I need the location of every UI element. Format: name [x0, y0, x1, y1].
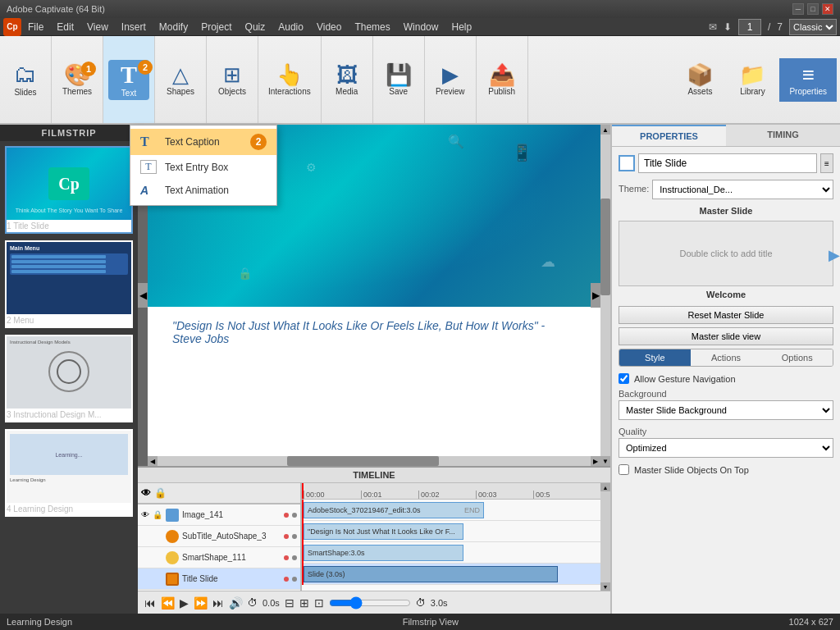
prop-tab-properties[interactable]: PROPERTIES — [612, 125, 726, 146]
quality-select[interactable]: Optimized — [619, 438, 833, 458]
slides-button[interactable]: 🗂 Slides — [5, 61, 46, 99]
filmstrip-content: Cp Think About The Story You Want To Sha… — [0, 141, 138, 614]
slide-thumb-3[interactable]: Instructional Design Models 3 Instructio… — [5, 335, 133, 422]
menu-window[interactable]: Window — [397, 18, 445, 35]
theme-select[interactable]: Instructional_De... — [652, 180, 833, 199]
slide-title-menu[interactable]: ≡ — [820, 153, 833, 173]
ribbon-group-assets: 📦 Assets — [674, 58, 725, 102]
actions-tab[interactable]: Actions — [691, 349, 762, 366]
background-select[interactable]: Master Slide Background — [619, 400, 833, 420]
track-lock-icon[interactable]: 🔒 — [153, 510, 162, 519]
tl-sound[interactable]: 🔊 — [229, 596, 243, 609]
master-slide-thumb[interactable]: Double click to add title — [619, 221, 833, 286]
tl-fit[interactable]: ⊡ — [314, 596, 324, 609]
slide-thumb-1[interactable]: Cp Think About The Story You Want To Sha… — [5, 146, 133, 234]
page-number-input[interactable] — [738, 19, 761, 35]
shapes-button[interactable]: △ Shapes — [160, 62, 201, 98]
menu-audio[interactable]: Audio — [272, 18, 310, 35]
menu-quiz[interactable]: Quiz — [239, 18, 272, 35]
view-mode-select[interactable]: Classic — [789, 19, 837, 35]
timeline-block-titleslide[interactable]: Slide (3.0s) — [304, 566, 558, 582]
tl-skip-start[interactable]: ⏮ — [144, 596, 156, 609]
objects-button[interactable]: ⊞ Objects — [212, 62, 253, 98]
text-caption-label: Text Caption — [165, 136, 220, 148]
gesture-nav-checkbox[interactable] — [619, 373, 629, 384]
options-tab[interactable]: Options — [761, 349, 833, 366]
media-button[interactable]: 🖼 Media — [326, 62, 368, 98]
tl-prev[interactable]: ⏪ — [161, 596, 175, 609]
tl-next[interactable]: ⏩ — [194, 596, 208, 609]
slide-thumb-label-4: 4 Learning Design — [7, 503, 131, 515]
menu-file[interactable]: File — [21, 18, 50, 35]
menu-modify[interactable]: Modify — [153, 18, 194, 35]
text-button[interactable]: T 2 Text — [108, 60, 149, 100]
preview-button[interactable]: ▶ Preview — [430, 62, 471, 98]
master-slide-arrow[interactable]: ▶ — [829, 246, 840, 264]
canvas-scroll-left[interactable]: ◀ — [138, 283, 148, 308]
slide-thumb-4[interactable]: Learning... Learning Design 4 Learning D… — [5, 429, 133, 517]
tl-zoom-in[interactable]: ⊞ — [299, 596, 309, 609]
slide-preview-3: Instructional Design Models — [7, 336, 131, 409]
slide-title-input[interactable] — [638, 153, 817, 173]
prop-tab-timing[interactable]: TIMING — [726, 125, 840, 146]
track-eye-icon[interactable]: 👁 — [141, 510, 149, 519]
menu-video[interactable]: Video — [310, 18, 348, 35]
style-tab[interactable]: Style — [619, 349, 691, 366]
canvas-scroll-right[interactable]: ▶ — [591, 283, 600, 308]
menu-insert[interactable]: Insert — [115, 18, 153, 35]
save-label: Save — [389, 87, 408, 96]
text-entry-box-item[interactable]: T Text Entry Box — [130, 155, 276, 179]
menu-help[interactable]: Help — [445, 18, 478, 35]
reset-master-btn[interactable]: Reset Master Slide — [619, 306, 833, 324]
text-caption-item[interactable]: T Text Caption 2 — [130, 129, 276, 155]
tl-zoom-out[interactable]: ⊟ — [285, 596, 294, 609]
close-btn[interactable]: ✕ — [822, 3, 833, 15]
library-icon: 📁 — [739, 64, 765, 85]
cp-logo[interactable]: Cp — [3, 18, 21, 36]
interactions-button[interactable]: 👆 Interactions — [263, 62, 316, 98]
timeline-block-subtitle[interactable]: "Design Is Not Just What It Looks Like O… — [304, 523, 463, 540]
timeline-content: 👁 🔒 👁 🔒 Image_141 👁 — [138, 483, 610, 591]
slide-preview-2: Main Menu — [7, 242, 131, 314]
main-area: FILMSTRIP Cp Think About The Story You W… — [0, 125, 840, 614]
tl-play[interactable]: ▶ — [180, 596, 189, 609]
tl-skip-end[interactable]: ⏭ — [212, 596, 224, 609]
canvas-vscroll[interactable]: ▲ ▼ — [600, 125, 610, 466]
icon-download[interactable]: ⬇ — [724, 21, 732, 33]
text-caption-icon: T — [140, 135, 157, 149]
assets-button[interactable]: 📦 Assets — [679, 62, 720, 98]
tl-zoom-slider[interactable] — [329, 596, 411, 609]
master-ontop-checkbox[interactable] — [619, 464, 629, 475]
menu-view[interactable]: View — [80, 18, 115, 35]
timeline-playhead — [302, 483, 304, 499]
menu-themes[interactable]: Themes — [348, 18, 396, 35]
themes-button[interactable]: 🎨 1 Themes — [57, 62, 98, 98]
master-view-btn[interactable]: Master slide view — [619, 327, 833, 345]
canvas-hscroll[interactable]: ◀ ▶ — [148, 456, 600, 466]
tl-vscroll[interactable]: ▲ ▼ — [600, 483, 610, 591]
save-icon: 💾 — [386, 64, 412, 85]
master-slide-welcome: Welcome — [619, 290, 833, 299]
timeline-block-image[interactable]: AdobeStock_370219467_edit:3.0s END — [304, 502, 484, 518]
library-button[interactable]: 📁 Library — [732, 62, 773, 98]
timeline-track-smartshape: 👁 🔒 SmartShape_111 — [138, 547, 300, 568]
text-animation-item[interactable]: A Text Animation — [130, 179, 276, 202]
block-titleslide-label: Slide (3.0s) — [308, 570, 345, 578]
minimize-btn[interactable]: ─ — [792, 3, 804, 15]
publish-button[interactable]: 📤 Publish — [482, 62, 523, 98]
menu-edit[interactable]: Edit — [50, 18, 80, 35]
save-button[interactable]: 💾 Save — [378, 62, 419, 98]
eye-icon[interactable]: 👁 — [141, 487, 151, 499]
track-grey-dot — [292, 513, 297, 518]
maximize-btn[interactable]: □ — [807, 3, 819, 15]
media-icon: 🖼 — [336, 64, 358, 85]
track-dot-6 — [292, 577, 297, 582]
timeline-track-titleslide[interactable]: 👁 🔒 Title Slide — [138, 568, 300, 590]
timeline-block-smartshape[interactable]: SmartShape:3.0s — [304, 545, 463, 561]
lock-icon[interactable]: 🔒 — [154, 487, 167, 499]
menu-project[interactable]: Project — [194, 18, 238, 35]
slide-thumb-2[interactable]: Main Menu 2 Menu — [5, 240, 133, 328]
track-block-row-3[interactable]: Slide (3.0s) — [302, 564, 600, 585]
icon-envelope[interactable]: ✉ — [709, 21, 717, 33]
properties-ribbon-button[interactable]: ≡ Properties — [784, 62, 832, 98]
